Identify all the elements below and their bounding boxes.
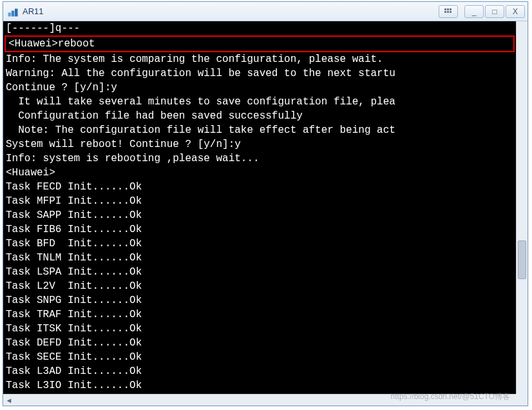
terminal-line: Task DEFD Init......Ok bbox=[3, 336, 516, 350]
terminal-line: Task FIB6 Init......Ok bbox=[3, 222, 516, 237]
terminal-line: Task TNLM Init......Ok bbox=[3, 251, 516, 265]
terminal-viewport: [------]q---<Huawei>rebootInfo: The syst… bbox=[3, 21, 527, 405]
terminal-line: Task L3IO Init......Ok bbox=[3, 378, 516, 393]
svg-rect-5 bbox=[450, 8, 451, 10]
scroll-left-arrow[interactable]: ◄ bbox=[3, 395, 15, 405]
terminal-line: Note: The configuration file will take e… bbox=[3, 123, 516, 137]
terminal-line: Task LSPA Init......Ok bbox=[3, 265, 516, 279]
terminal-line: System will reboot! Continue ? [y/n]:y bbox=[3, 137, 516, 151]
svg-rect-1 bbox=[12, 10, 15, 16]
terminal-line: Info: system is rebooting ,please wait..… bbox=[3, 151, 516, 166]
grid-icon bbox=[444, 8, 452, 15]
scroll-corner bbox=[516, 394, 527, 405]
terminal-line: It will take several minutes to save con… bbox=[3, 95, 516, 109]
terminal-line: Task SAPP Init......Ok bbox=[3, 208, 516, 222]
svg-rect-8 bbox=[450, 11, 451, 13]
terminal-line: Task BFD Init......Ok bbox=[3, 237, 516, 251]
terminal-line: Task ITSK Init......Ok bbox=[3, 322, 516, 336]
svg-rect-7 bbox=[447, 11, 449, 13]
close-button[interactable]: X bbox=[506, 5, 525, 18]
svg-rect-3 bbox=[444, 8, 446, 10]
maximize-icon: □ bbox=[492, 7, 497, 16]
terminal-line: Task FECD Init......Ok bbox=[3, 180, 516, 194]
titlebar[interactable]: AR11 _ □ X bbox=[3, 2, 527, 21]
svg-rect-2 bbox=[15, 8, 18, 16]
terminal-line: Task L2V Init......Ok bbox=[3, 279, 516, 293]
svg-rect-4 bbox=[447, 8, 449, 10]
window-controls: _ □ X bbox=[437, 5, 525, 18]
horizontal-scrollbar[interactable]: ◄ bbox=[3, 394, 516, 405]
terminal-line: Task SECE Init......Ok bbox=[3, 350, 516, 364]
highlighted-command: <Huawei>reboot bbox=[7, 37, 512, 51]
minimize-button[interactable]: _ bbox=[464, 5, 484, 18]
terminal-line: Warning: All the configuration will be s… bbox=[3, 66, 516, 81]
grid-button[interactable] bbox=[439, 5, 458, 18]
terminal-line: Configuration file had been saved succes… bbox=[3, 109, 516, 123]
terminal-line: Info: The system is comparing the config… bbox=[3, 52, 516, 66]
terminal-output[interactable]: [------]q---<Huawei>rebootInfo: The syst… bbox=[3, 21, 516, 394]
vertical-scrollbar-thumb[interactable] bbox=[518, 240, 526, 279]
close-icon: X bbox=[513, 7, 518, 16]
application-window: AR11 _ □ X [------]q---<Huawei>rebootInf… bbox=[3, 1, 528, 406]
highlighted-command-box: <Huawei>reboot bbox=[5, 35, 515, 52]
terminal-line: Task MFPI Init......Ok bbox=[3, 194, 516, 208]
svg-rect-0 bbox=[8, 12, 12, 16]
terminal-line: Continue ? [y/n]:y bbox=[3, 81, 516, 95]
vertical-scrollbar[interactable] bbox=[516, 21, 527, 394]
terminal-line: [------]q--- bbox=[3, 21, 516, 35]
terminal-line: Task L3AD Init......Ok bbox=[3, 364, 516, 378]
terminal-line: <Huawei> bbox=[3, 166, 516, 180]
app-icon bbox=[7, 6, 19, 17]
terminal-line: Task TRAF Init......Ok bbox=[3, 308, 516, 322]
minimize-icon: _ bbox=[472, 7, 477, 16]
terminal-line: Task SNPG Init......Ok bbox=[3, 293, 516, 308]
maximize-button[interactable]: □ bbox=[485, 5, 504, 18]
svg-rect-6 bbox=[444, 11, 446, 13]
window-title: AR11 bbox=[23, 6, 44, 16]
